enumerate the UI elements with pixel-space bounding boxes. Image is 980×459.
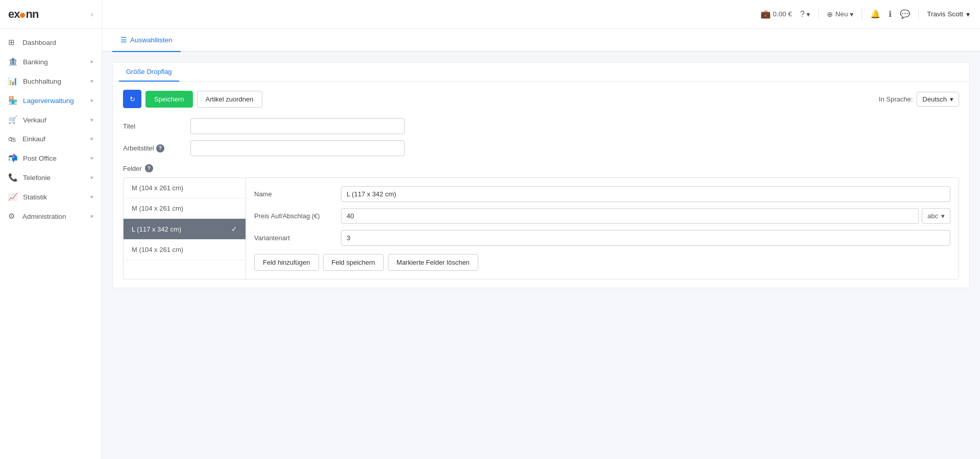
checkmark-icon: ✓ bbox=[231, 225, 237, 233]
user-name: Travis Scott bbox=[927, 10, 963, 18]
topbar-divider3 bbox=[918, 9, 919, 19]
collapse-sidebar-button[interactable]: ‹ bbox=[91, 10, 93, 19]
field-item-selected[interactable]: L (117 x 342 cm) ✓ bbox=[124, 219, 246, 240]
field-variant-input[interactable] bbox=[341, 230, 950, 246]
sidebar-item-telefonie[interactable]: 📞 Telefonie ▾ bbox=[0, 168, 102, 187]
tab-bar: ☰ Auswahllisten bbox=[102, 29, 980, 52]
sidebar-item-lagerverwaltung[interactable]: 🏪 Lagerverwaltung ▾ bbox=[0, 91, 102, 110]
help-icon[interactable]: ? bbox=[156, 144, 164, 152]
field-variant-label: Variantenart bbox=[254, 234, 336, 242]
price-type-value: abc bbox=[927, 212, 938, 220]
help-button[interactable]: ? ▾ bbox=[800, 10, 811, 19]
save-button[interactable]: Speichern bbox=[145, 91, 193, 108]
price-type-select[interactable]: abc ▾ bbox=[922, 208, 950, 224]
statistik-icon: 📈 bbox=[8, 192, 18, 201]
page-content: Größe Dropflag ↻ Speichern Artik bbox=[102, 52, 980, 298]
chevron-down-icon: ▾ bbox=[90, 174, 93, 181]
chevron-down-icon: ▾ bbox=[850, 10, 853, 18]
delete-fields-label: Markierte Felder löschen bbox=[397, 259, 470, 266]
title-input[interactable] bbox=[190, 118, 405, 134]
sidebar-item-label: Einkauf bbox=[22, 135, 45, 143]
topbar-divider2 bbox=[862, 9, 862, 19]
sidebar-item-statistik[interactable]: 📈 Statistik ▾ bbox=[0, 187, 102, 207]
sidebar-item-buchhaltung[interactable]: 📊 Buchhaltung ▾ bbox=[0, 71, 102, 91]
field-name-input[interactable] bbox=[341, 186, 950, 202]
work-title-field-row: Arbeitstitel ? bbox=[123, 140, 959, 156]
form-area: ↻ Speichern Artikel zuordnen In Sprache: bbox=[112, 82, 970, 288]
assign-label: Artikel zuordnen bbox=[206, 95, 254, 103]
sidebar-item-post-office[interactable]: 📬 Post Office ▾ bbox=[0, 148, 102, 168]
language-label: In Sprache: bbox=[879, 95, 913, 103]
plus-icon: ⊕ bbox=[827, 10, 833, 18]
fields-help-icon[interactable]: ? bbox=[145, 164, 153, 172]
field-name-label: Name bbox=[254, 190, 336, 198]
banking-icon: 🏦 bbox=[8, 57, 18, 66]
chevron-down-icon: ▾ bbox=[941, 212, 945, 220]
administration-icon: ⚙ bbox=[8, 212, 17, 221]
fields-list: M (104 x 261 cm) M (104 x 261 cm) L (117… bbox=[124, 178, 246, 279]
sidebar-item-label: Statistik bbox=[23, 193, 47, 201]
sidebar-item-dashboard[interactable]: ⊞ Dashboard bbox=[0, 33, 102, 52]
sidebar-item-banking[interactable]: 🏦 Banking ▾ bbox=[0, 52, 102, 71]
telefonie-icon: 📞 bbox=[8, 173, 18, 182]
chevron-down-icon: ▾ bbox=[90, 117, 93, 123]
assign-article-button[interactable]: Artikel zuordnen bbox=[197, 91, 262, 108]
sidebar-item-verkauf[interactable]: 🛒 Verkauf ▾ bbox=[0, 110, 102, 130]
refresh-icon: ↻ bbox=[130, 95, 135, 103]
balance-display: 💼 0.00 € bbox=[761, 9, 792, 19]
sidebar-item-label: Dashboard bbox=[22, 39, 56, 46]
content-area: ☰ Auswahllisten Größe Dropflag ↻ bbox=[102, 29, 980, 459]
tab-auswahllisten[interactable]: ☰ Auswahllisten bbox=[112, 29, 181, 52]
toolbar-right: In Sprache: Deutsch ▾ bbox=[879, 92, 959, 107]
info-icon[interactable]: ℹ bbox=[889, 9, 892, 19]
add-field-button[interactable]: Feld hinzufügen bbox=[254, 254, 319, 271]
sidebar-item-label: Verkauf bbox=[23, 116, 46, 124]
language-select[interactable]: Deutsch ▾ bbox=[917, 92, 959, 107]
title-field-row: Titel bbox=[123, 118, 959, 134]
message-icon[interactable]: 💬 bbox=[900, 9, 910, 19]
field-price-row: Preis Auf/Abschlag (€) abc ▾ bbox=[254, 208, 950, 224]
save-field-button[interactable]: Feld speichern bbox=[323, 254, 384, 271]
field-price-input[interactable] bbox=[341, 208, 919, 224]
notification-area[interactable]: 🔔 bbox=[870, 9, 880, 19]
list-icon: ☰ bbox=[120, 36, 127, 44]
sidebar-item-administration[interactable]: ⚙ Administration ▾ bbox=[0, 207, 102, 226]
new-button[interactable]: ⊕ Neu ▾ bbox=[827, 10, 853, 18]
toolbar-left: ↻ Speichern Artikel zuordnen bbox=[123, 90, 262, 108]
sub-tab-grosse-dropflag[interactable]: Größe Dropflag bbox=[119, 63, 179, 82]
title-label: Titel bbox=[123, 122, 184, 130]
wallet-icon: 💼 bbox=[761, 9, 771, 19]
balance-value: 0.00 € bbox=[773, 10, 792, 18]
field-item[interactable]: M (104 x 261 cm) bbox=[124, 198, 246, 219]
field-actions: Feld hinzufügen Feld speichern Markierte… bbox=[254, 254, 950, 271]
bell-icon: 🔔 bbox=[870, 10, 880, 18]
fields-layout: M (104 x 261 cm) M (104 x 261 cm) L (117… bbox=[123, 177, 959, 279]
chevron-down-icon: ▾ bbox=[950, 95, 953, 103]
topbar: 💼 0.00 € ? ▾ ⊕ Neu ▾ 🔔 ℹ 💬 Travis Scott … bbox=[102, 0, 980, 29]
field-item[interactable]: M (104 x 261 cm) bbox=[124, 178, 246, 198]
sidebar-nav: ⊞ Dashboard 🏦 Banking ▾ 📊 Buchhaltung ▾ … bbox=[0, 29, 102, 459]
save-label: Speichern bbox=[154, 95, 184, 103]
chevron-down-icon: ▾ bbox=[90, 78, 93, 85]
field-item[interactable]: M (104 x 261 cm) bbox=[124, 240, 246, 260]
language-value: Deutsch bbox=[922, 95, 947, 103]
new-label: Neu bbox=[835, 10, 848, 18]
tab-label: Auswahllisten bbox=[130, 36, 173, 44]
logo: exnn bbox=[8, 8, 38, 21]
sidebar-item-einkauf[interactable]: 🛍 Einkauf ▾ bbox=[0, 130, 102, 148]
einkauf-icon: 🛍 bbox=[8, 135, 17, 143]
user-chevron-icon: ▾ bbox=[966, 10, 970, 18]
lagerverwaltung-icon: 🏪 bbox=[8, 96, 18, 105]
sidebar-item-label: Telefonie bbox=[23, 174, 51, 182]
delete-fields-button[interactable]: Markierte Felder löschen bbox=[388, 254, 478, 271]
refresh-button[interactable]: ↻ bbox=[123, 90, 141, 108]
post-office-icon: 📬 bbox=[8, 154, 18, 163]
sidebar-item-label: Administration bbox=[22, 213, 66, 220]
topbar-divider bbox=[818, 9, 819, 19]
work-title-input[interactable] bbox=[190, 140, 405, 156]
fields-label: Felder ? bbox=[123, 164, 959, 172]
user-menu[interactable]: Travis Scott ▾ bbox=[927, 10, 970, 18]
field-editor: Name Preis Auf/Abschlag (€) abc ▾ bbox=[246, 178, 959, 279]
field-price-group: abc ▾ bbox=[341, 208, 950, 224]
help-arrow-icon: ▾ bbox=[806, 10, 810, 18]
